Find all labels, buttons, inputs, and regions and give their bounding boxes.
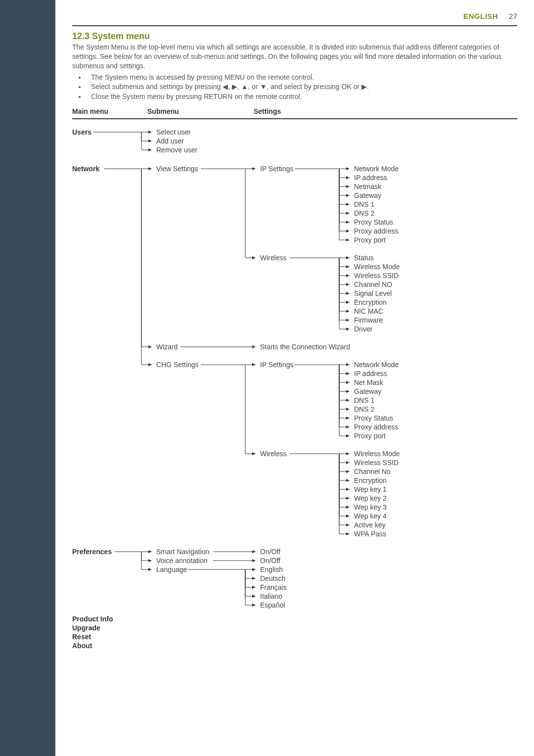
view-wireless: Wireless xyxy=(260,254,287,262)
view-wl-item: Wireless Mode xyxy=(354,263,400,271)
chg-ip-item: DNS 1 xyxy=(354,396,374,404)
chg-wl-item: Wireless SSID xyxy=(354,459,399,467)
main-network: Network xyxy=(72,165,99,173)
network-chg: CHG Settings xyxy=(156,361,199,369)
pref-voice: Voice annotation xyxy=(156,557,208,565)
view-ip-item: Netmask xyxy=(354,183,381,190)
chg-ip: IP Settings xyxy=(260,361,293,369)
chg-wl-item: Wep key 4 xyxy=(354,512,387,520)
view-wl-item: Firmware xyxy=(354,316,383,324)
users-remove: Remove user xyxy=(156,146,197,154)
pref-voice-opt: On/Off xyxy=(260,557,280,565)
col-main-menu: Main menu xyxy=(72,107,147,115)
users-select: Select user xyxy=(156,128,191,136)
users-add: Add user xyxy=(156,137,184,145)
pref-smart-opt: On/Off xyxy=(260,548,280,556)
chg-wireless: Wireless xyxy=(260,450,287,458)
chg-ip-item: Proxy address xyxy=(354,423,398,431)
view-ip-item: Proxy port xyxy=(354,236,386,244)
view-ip-item: Proxy address xyxy=(354,227,398,235)
instruction-list: The System menu is accessed by pressing … xyxy=(86,73,517,102)
chg-wl-item: WPA Pass xyxy=(354,530,386,538)
section-title: 12.3 System menu xyxy=(72,31,517,42)
view-wl-item: NIC MAC xyxy=(354,307,383,315)
main-upgrade: Upgrade xyxy=(72,624,100,632)
view-ip-item: Proxy Status xyxy=(354,218,393,226)
network-wizard: Wizard xyxy=(156,343,178,351)
col-settings: Settings xyxy=(254,107,517,115)
chg-ip-item: Gateway xyxy=(354,387,381,395)
chg-ip-item: Proxy Status xyxy=(354,414,393,422)
chg-wl-item: Active key xyxy=(354,521,386,529)
network-view: View Settings xyxy=(156,165,198,173)
column-headers: Main menu Submenu Settings xyxy=(72,107,517,119)
chg-ip-item: DNS 2 xyxy=(354,405,374,413)
main-preferences: Preferences xyxy=(72,548,112,556)
pref-lang-opt: Español xyxy=(260,601,285,609)
instruction-item: Close the System menu by pressing RETURN… xyxy=(86,92,517,102)
main-product-info: Product Info xyxy=(72,615,113,623)
main-users: Users xyxy=(72,128,91,136)
view-ip: IP Settings xyxy=(260,165,293,173)
view-wl-item: Wireless SSID xyxy=(354,272,399,280)
view-ip-item: DNS 1 xyxy=(354,200,374,208)
chg-wl-item: Wep key 3 xyxy=(354,503,387,511)
pref-lang-opt: Deutsch xyxy=(260,574,285,582)
main-about: About xyxy=(72,642,92,650)
chg-wl-item: Wep key 1 xyxy=(354,485,387,493)
page-header: ENGLISH 27 xyxy=(72,12,517,20)
instruction-item: The System menu is accessed by pressing … xyxy=(86,73,517,83)
view-ip-item: IP address xyxy=(354,174,387,182)
chg-wl-item: Encryption xyxy=(354,476,387,484)
view-ip-item: Network Mode xyxy=(354,165,399,173)
chg-wl-item: Channel No xyxy=(354,468,391,475)
view-wl-item: Status xyxy=(354,254,374,262)
header-language: ENGLISH xyxy=(463,12,498,20)
view-wl-item: Signal Level xyxy=(354,289,392,297)
view-wl-item: Channel NO xyxy=(354,281,392,288)
chg-ip-item: IP address xyxy=(354,370,387,378)
col-submenu: Submenu xyxy=(147,107,254,115)
pref-lang-opt: Français xyxy=(260,583,287,591)
pref-lang-opt: Italiano xyxy=(260,592,282,600)
tick-mark: , xyxy=(72,27,517,30)
chg-wl-item: Wep key 2 xyxy=(354,494,387,502)
pref-smart: Smart Navigation xyxy=(156,548,209,556)
pref-lang: Language xyxy=(156,566,187,573)
chg-ip-item: Net Mask xyxy=(354,378,383,386)
header-page-number: 27 xyxy=(509,12,517,20)
main-reset: Reset xyxy=(72,633,91,641)
chg-ip-item: Proxy port xyxy=(354,432,386,440)
view-wl-item: Driver xyxy=(354,325,372,333)
view-ip-item: Gateway xyxy=(354,191,381,199)
instruction-item: Select submenus and settings by pressing… xyxy=(86,82,517,92)
wizard-text: Starts the Connection Wizard xyxy=(260,343,350,351)
chg-wl-item: Wireless Mode xyxy=(354,450,400,458)
menu-tree: Users Select user Add user Remove user N… xyxy=(72,124,517,713)
pref-lang-opt: English xyxy=(260,566,283,573)
view-ip-item: DNS 2 xyxy=(354,209,374,217)
view-wl-item: Encryption xyxy=(354,298,387,306)
section-intro: The System Menu is the top-level menu vi… xyxy=(72,43,517,71)
chg-ip-item: Network Mode xyxy=(354,361,399,369)
